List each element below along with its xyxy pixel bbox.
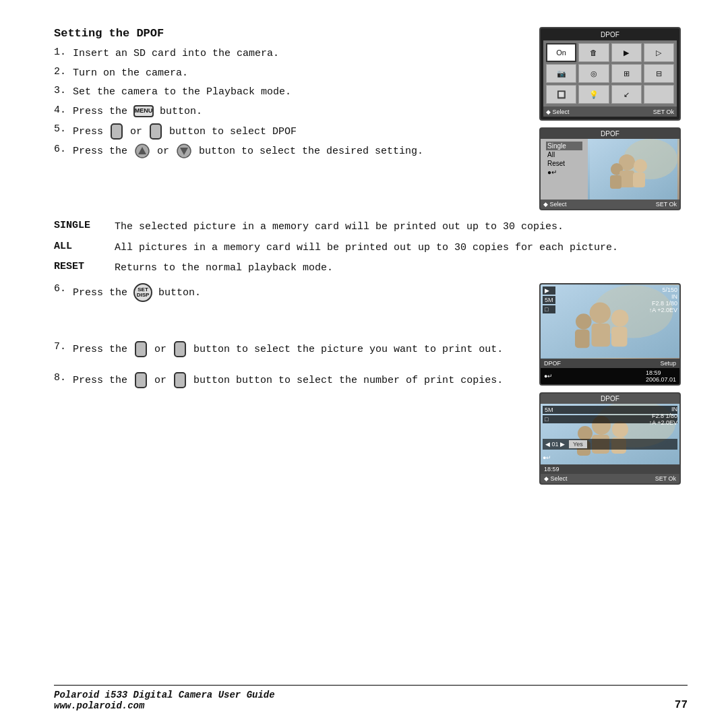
footer-website: www.polaroid.com bbox=[54, 700, 275, 711]
def-all-term: ALL bbox=[54, 241, 115, 252]
step-2: 2. Turn on the camera. bbox=[54, 66, 526, 82]
screen4-title: DPOF bbox=[541, 394, 679, 404]
lower-step-6-text: Press the SETDISP button. bbox=[73, 283, 526, 302]
page: Setting the DPOF 1. Insert an SD card in… bbox=[0, 0, 728, 728]
screen4-counter-bar: ◀ 01 ▶ Yes bbox=[543, 439, 677, 450]
screen1-icon-arrow: ▷ bbox=[644, 43, 674, 62]
screen3-top-right: 5/150 IN F2.8 1/80 ↑A +2.0EV bbox=[649, 286, 677, 313]
screen4-footer-ok: SET Ok bbox=[655, 475, 676, 482]
screen3-bottom-bar: ●↵ 18:592006.07.01 bbox=[541, 368, 679, 384]
screen4-back-icon: ●↵ bbox=[543, 450, 677, 462]
or-text-3: or bbox=[154, 343, 166, 355]
footer-guide-title: Polaroid i533 Digital Camera User Guide bbox=[54, 690, 275, 700]
lower-step-7-num: 7. bbox=[54, 341, 73, 353]
screen2-bottom-right: SET Ok bbox=[656, 201, 677, 208]
footer: Polaroid i533 Digital Camera User Guide … bbox=[54, 685, 688, 711]
screen1-icon-sq: 🔲 bbox=[546, 85, 576, 104]
step-6-text: Press the or button to select the desire… bbox=[73, 144, 526, 159]
screen4-footer-bar: ◆ Select SET Ok bbox=[541, 474, 679, 483]
lower-step-6-num: 6. bbox=[54, 283, 73, 295]
step-5-num: 5. bbox=[54, 123, 73, 135]
scroll-left-icon-3 bbox=[135, 372, 147, 388]
screen1-bottom: ◆ Select SET Ok bbox=[543, 107, 677, 117]
screen4-top-right: IN F2.8 1/80 ↑A +2.0EV bbox=[649, 406, 677, 426]
definitions-section: SINGLE The selected picture in a memory … bbox=[54, 220, 688, 276]
screen4-overlay: 5M □ IN F2.8 1/80 ↑A +2.0EV ◀ 01 ▶ Yes bbox=[541, 404, 679, 464]
screen3-photo: ▶ 5M □ 5/150 IN F2.8 1/80 ↑A +2.0EV bbox=[541, 284, 679, 359]
screen1-title: DPOF bbox=[543, 31, 677, 38]
screen4-photo: 5M □ IN F2.8 1/80 ↑A +2.0EV ◀ 01 ▶ Yes bbox=[541, 404, 679, 464]
lower-step-8-num: 8. bbox=[54, 372, 73, 384]
step-1: 1. Insert an SD card into the camera. bbox=[54, 47, 526, 62]
or-text-1: or bbox=[130, 126, 142, 138]
instructions-col: Setting the DPOF 1. Insert an SD card in… bbox=[54, 27, 526, 210]
screen2-menu-back: ●↵ bbox=[546, 168, 582, 177]
screen2-menu: Single All Reset ●↵ bbox=[541, 139, 588, 200]
step-4-num: 4. bbox=[54, 104, 73, 116]
arrow-up-icon bbox=[135, 144, 150, 158]
scroll-left-icon-2 bbox=[135, 341, 147, 357]
screen4-yes: Yes bbox=[569, 440, 587, 448]
svg-rect-9 bbox=[619, 171, 634, 187]
screen1: DPOF On 🗑 ▶ ▷ 📷 ◎ ⊞ ⊟ 🔲 bbox=[539, 27, 681, 121]
def-reset: RESET Returns to the normal playback mod… bbox=[54, 261, 688, 276]
set-disp-button-icon: SETDISP bbox=[133, 283, 152, 302]
screen4-bottom-time: 18:59 bbox=[544, 466, 559, 473]
svg-rect-11 bbox=[610, 175, 621, 189]
screen1-icon-on: On bbox=[546, 43, 576, 62]
screen1-icon-play: ▶ bbox=[611, 43, 642, 62]
scroll-right-icon-2 bbox=[174, 341, 186, 357]
scroll-right-icon-3 bbox=[174, 372, 186, 388]
screen1-icon-cam: 📷 bbox=[546, 64, 576, 83]
screen1-icon-circle: ◎ bbox=[578, 64, 609, 83]
footer-left: Polaroid i533 Digital Camera User Guide … bbox=[54, 690, 275, 711]
step-3-text: Set the camera to the Playback mode. bbox=[73, 85, 526, 100]
screen2-title: DPOF bbox=[541, 129, 679, 139]
screen3-overlay: ▶ 5M □ 5/150 IN F2.8 1/80 ↑A +2.0EV bbox=[541, 284, 679, 359]
screen4-footer-select: ◆ Select bbox=[544, 475, 568, 482]
screen3-card-badge: □ bbox=[543, 305, 555, 313]
screen3-menu-bar: DPOF Setup bbox=[541, 359, 679, 368]
screen2-menu-all: All bbox=[546, 150, 582, 159]
step-4-text: Press the MENU button. bbox=[73, 104, 526, 120]
step-1-text: Insert an SD card into the camera. bbox=[73, 47, 526, 62]
step-3: 3. Set the camera to the Playback mode. bbox=[54, 85, 526, 100]
screen1-icon-corner: ↙ bbox=[611, 85, 642, 104]
lower-instructions: 6. Press the SETDISP button. 7. Press th… bbox=[54, 283, 526, 485]
upper-section: Setting the DPOF 1. Insert an SD card in… bbox=[54, 27, 688, 210]
screen3-bottom-right: 18:592006.07.01 bbox=[646, 369, 676, 383]
screen1-icon-grid: ⊞ bbox=[611, 64, 642, 83]
screen3: ▶ 5M □ 5/150 IN F2.8 1/80 ↑A +2.0EV DP bbox=[539, 283, 681, 386]
screen4: DPOF bbox=[539, 392, 681, 485]
step-2-num: 2. bbox=[54, 66, 73, 78]
scroll-right-icon-1 bbox=[150, 123, 162, 140]
def-all: ALL All pictures in a memory card will b… bbox=[54, 241, 688, 256]
or-text-4: or bbox=[154, 375, 166, 386]
screen1-bottom-right: SET Ok bbox=[653, 109, 674, 115]
step-6-num: 6. bbox=[54, 144, 73, 155]
screenshots-col: DPOF On 🗑 ▶ ▷ 📷 ◎ ⊞ ⊟ 🔲 bbox=[539, 27, 688, 210]
screen2-menu-single: Single bbox=[546, 142, 582, 150]
screen2-bottom: ◆ Select SET Ok bbox=[541, 200, 679, 209]
screen2-photo bbox=[588, 139, 679, 200]
lower-section: 6. Press the SETDISP button. 7. Press th… bbox=[54, 283, 688, 485]
lower-step-8-text: Press the or button button to select the… bbox=[73, 372, 526, 388]
def-all-desc: All pictures in a memory card will be pr… bbox=[115, 241, 688, 256]
def-single-term: SINGLE bbox=[54, 220, 115, 231]
step-2-text: Turn on the camera. bbox=[73, 66, 526, 82]
def-single: SINGLE The selected picture in a memory … bbox=[54, 220, 688, 235]
screen1-icon-grid2: ⊟ bbox=[644, 64, 674, 83]
screen3-menu-dpof: DPOF bbox=[544, 360, 561, 367]
screen2: DPOF Single All Reset ●↵ bbox=[539, 127, 681, 210]
screen4-bottom-bar: 18:59 bbox=[541, 464, 679, 474]
step-6: 6. Press the or button to select the des… bbox=[54, 144, 526, 159]
screen1-icon-bulb: 💡 bbox=[578, 85, 609, 104]
step-1-num: 1. bbox=[54, 47, 73, 58]
screen2-bottom-left: ◆ Select bbox=[543, 201, 567, 208]
def-reset-term: RESET bbox=[54, 261, 115, 272]
lower-screenshots: ▶ 5M □ 5/150 IN F2.8 1/80 ↑A +2.0EV DP bbox=[539, 283, 688, 485]
or-text-2: or bbox=[157, 146, 169, 157]
svg-rect-10 bbox=[633, 173, 645, 187]
lower-step-7: 7. Press the or button to select the pic… bbox=[54, 341, 526, 357]
step-4: 4. Press the MENU button. bbox=[54, 104, 526, 120]
